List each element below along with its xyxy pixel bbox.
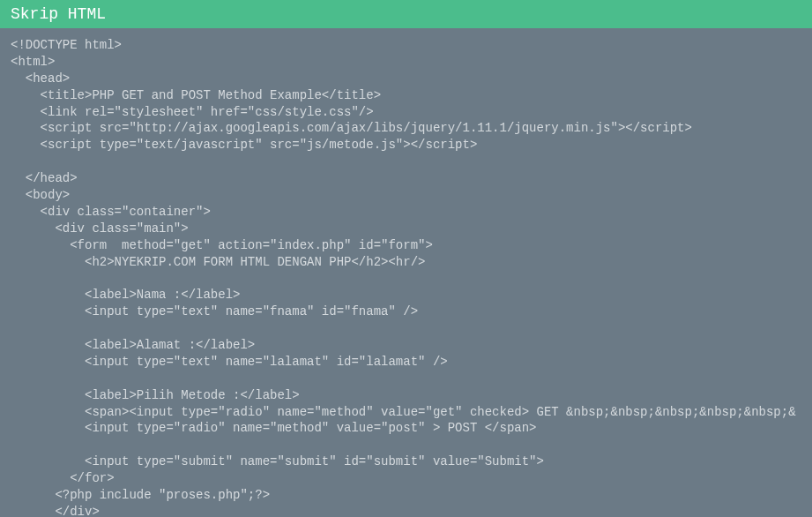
- panel-title: Skrip HTML: [11, 5, 106, 23]
- code-content: <!DOCTYPE html> <html> <head> <title>PHP…: [11, 38, 796, 517]
- panel-header: Skrip HTML: [0, 0, 812, 28]
- code-block: <!DOCTYPE html> <html> <head> <title>PHP…: [0, 28, 812, 517]
